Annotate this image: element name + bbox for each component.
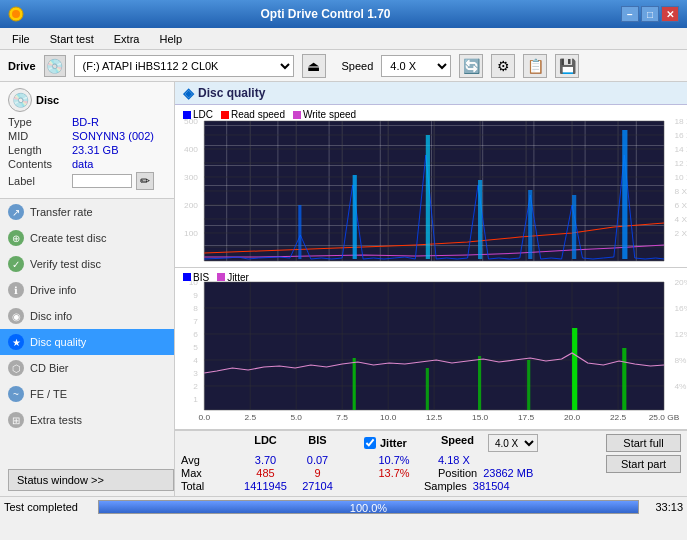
stats-spacer — [181, 434, 236, 452]
info-button[interactable]: 📋 — [523, 54, 547, 78]
sidebar-item-label-fe-te: FE / TE — [30, 388, 67, 400]
chart2-wrapper: BIS Jitter — [175, 268, 687, 431]
stats-max-label: Max — [181, 467, 236, 479]
svg-text:12%: 12% — [674, 330, 687, 339]
save-button[interactable]: 💾 — [555, 54, 579, 78]
disc-quality-header: ◈ Disc quality — [175, 82, 687, 105]
start-part-button[interactable]: Start part — [606, 455, 681, 473]
legend-write-speed-dot — [293, 111, 301, 119]
svg-text:8%: 8% — [674, 356, 686, 365]
svg-text:4%: 4% — [674, 382, 686, 391]
disc-type-value: BD-R — [72, 116, 99, 128]
speed-select[interactable]: 4.0 X — [381, 55, 451, 77]
svg-text:9: 9 — [193, 291, 198, 300]
stats-total-row: Total 1411945 27104 Samples 381504 — [181, 480, 602, 492]
sidebar-item-label-disc-info: Disc info — [30, 310, 72, 322]
svg-rect-94 — [527, 360, 530, 410]
status-window-button[interactable]: Status window >> — [8, 469, 174, 491]
svg-rect-29 — [478, 180, 482, 259]
svg-text:8: 8 — [193, 304, 198, 313]
disc-label-label: Label — [8, 175, 68, 187]
svg-text:400: 400 — [184, 145, 198, 154]
jitter-checkbox[interactable] — [364, 437, 376, 449]
eject-button[interactable]: ⏏ — [302, 54, 326, 78]
stats-left-panel: LDC BIS Jitter Speed 4.0 X Av — [181, 434, 602, 493]
svg-text:20.0: 20.0 — [564, 263, 581, 265]
stats-max-row: Max 485 9 13.7% Position 23862 MB — [181, 467, 602, 479]
nav-items: ↗ Transfer rate ⊕ Create test disc ✓ Ver… — [0, 199, 174, 464]
disc-icon: 💿 — [8, 88, 32, 112]
svg-text:17.5: 17.5 — [518, 263, 535, 265]
sidebar-item-cd-bier[interactable]: ⬡ CD Bier — [0, 355, 174, 381]
stats-speed-select[interactable]: 4.0 X — [488, 434, 538, 452]
stats-jitter-header: Jitter — [380, 437, 407, 449]
sidebar-item-label-extra-tests: Extra tests — [30, 414, 82, 426]
stats-max-ldc: 485 — [238, 467, 293, 479]
progress-bar-container: Test completed 100.0% 33:13 — [0, 496, 687, 516]
svg-text:0.0: 0.0 — [198, 263, 210, 265]
sidebar-item-verify-test-disc[interactable]: ✓ Verify test disc — [0, 251, 174, 277]
svg-rect-27 — [353, 175, 357, 259]
drive-select[interactable]: (F:) ATAPI iHBS112 2 CL0K — [74, 55, 294, 77]
sidebar-item-disc-info[interactable]: ◉ Disc info — [0, 303, 174, 329]
svg-text:8 X: 8 X — [674, 187, 687, 196]
sidebar-item-label-cd-bier: CD Bier — [30, 362, 69, 374]
stats-max-jitter: 13.7% — [364, 467, 424, 479]
svg-text:17.5: 17.5 — [518, 413, 535, 422]
refresh-button[interactable]: 🔄 — [459, 54, 483, 78]
drive-info-icon: ℹ — [8, 282, 24, 298]
disc-contents-label: Contents — [8, 158, 68, 170]
stats-bis-header: BIS — [295, 434, 340, 452]
stats-spacer3 — [409, 434, 439, 452]
svg-text:14 X: 14 X — [674, 145, 687, 154]
sidebar-item-disc-quality[interactable]: ★ Disc quality — [0, 329, 174, 355]
legend-write-speed-label: Write speed — [303, 109, 356, 120]
stats-avg-row: Avg 3.70 0.07 10.7% 4.18 X — [181, 454, 602, 466]
stats-avg-label: Avg — [181, 454, 236, 466]
sidebar-item-create-test-disc[interactable]: ⊕ Create test disc — [0, 225, 174, 251]
sidebar-item-extra-tests[interactable]: ⊞ Extra tests — [0, 407, 174, 433]
settings-button[interactable]: ⚙ — [491, 54, 515, 78]
disc-label-edit-button[interactable]: ✏ — [136, 172, 154, 190]
disc-section-label: Disc — [36, 94, 59, 106]
menu-help[interactable]: Help — [151, 31, 190, 47]
stats-avg-bis: 0.07 — [295, 454, 340, 466]
stats-total-label: Total — [181, 480, 236, 492]
stats-spacer2 — [342, 434, 362, 452]
minimize-button[interactable]: − — [621, 6, 639, 22]
menu-file[interactable]: File — [4, 31, 38, 47]
menu-extra[interactable]: Extra — [106, 31, 148, 47]
menu-start-test[interactable]: Start test — [42, 31, 102, 47]
legend-ldc: LDC — [183, 109, 213, 120]
maximize-button[interactable]: □ — [641, 6, 659, 22]
svg-rect-28 — [426, 135, 430, 259]
svg-text:16%: 16% — [674, 304, 687, 313]
fe-te-icon: ~ — [8, 386, 24, 402]
sidebar-item-label-verify: Verify test disc — [30, 258, 101, 270]
stats-max-bis: 9 — [295, 467, 340, 479]
svg-text:25.0 GB: 25.0 GB — [649, 263, 680, 265]
disc-label-input[interactable] — [72, 174, 132, 188]
sidebar-item-label-create: Create test disc — [30, 232, 106, 244]
verify-test-disc-icon: ✓ — [8, 256, 24, 272]
svg-rect-32 — [622, 130, 627, 259]
close-button[interactable]: ✕ — [661, 6, 679, 22]
sidebar-item-transfer-rate[interactable]: ↗ Transfer rate — [0, 199, 174, 225]
svg-text:12.5: 12.5 — [426, 413, 443, 422]
svg-text:7.5: 7.5 — [336, 263, 348, 265]
start-full-button[interactable]: Start full — [606, 434, 681, 452]
sidebar: 💿 Disc Type BD-R MID SONYNN3 (002) Lengt… — [0, 82, 175, 496]
legend-ldc-label: LDC — [193, 109, 213, 120]
transfer-rate-icon: ↗ — [8, 204, 24, 220]
svg-point-1 — [12, 10, 20, 18]
sidebar-item-fe-te[interactable]: ~ FE / TE — [0, 381, 174, 407]
svg-text:7.5: 7.5 — [336, 413, 348, 422]
sidebar-item-drive-info[interactable]: ℹ Drive info — [0, 277, 174, 303]
progress-label: Test completed — [4, 501, 94, 513]
svg-text:7: 7 — [193, 317, 198, 326]
svg-text:22.5: 22.5 — [610, 413, 627, 422]
speed-label: Speed — [342, 60, 374, 72]
chart2-svg: 10 9 8 7 6 5 4 3 2 1 20% 16% 12% 8% 4% — [175, 268, 687, 423]
cd-bier-icon: ⬡ — [8, 360, 24, 376]
svg-text:2.5: 2.5 — [244, 263, 256, 265]
